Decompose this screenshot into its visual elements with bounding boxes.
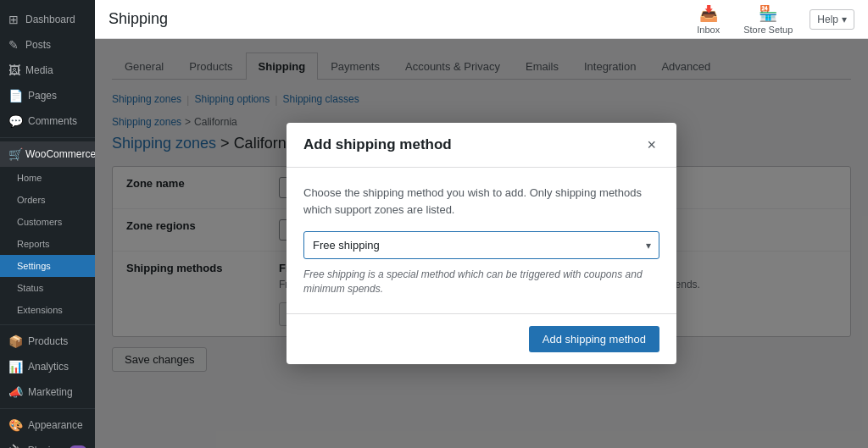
sidebar-item-status[interactable]: Status xyxy=(0,277,95,299)
sidebar-item-products[interactable]: 📦 Products xyxy=(0,329,95,354)
sidebar-item-label: Products xyxy=(28,335,68,347)
sidebar-item-settings[interactable]: Settings xyxy=(0,255,95,277)
inbox-button[interactable]: 📥 Inbox xyxy=(690,1,726,38)
plugins-icon: 🔌 xyxy=(8,444,23,448)
sidebar-item-label: Reports xyxy=(17,239,50,249)
modal-overlay[interactable]: Add shipping method × Choose the shippin… xyxy=(95,39,868,448)
pages-icon: 📄 xyxy=(8,89,23,102)
marketing-icon: 📣 xyxy=(8,385,23,399)
modal-select-wrap: Free shipping Flat rate Local pickup ▾ xyxy=(303,231,659,259)
sidebar: ⊞ Dashboard ✎ Posts 🖼 Media 📄 Pages 💬 Co… xyxy=(0,0,95,448)
modal-title: Add shipping method xyxy=(303,136,452,153)
sidebar-item-label: Marketing xyxy=(28,386,73,398)
posts-icon: ✎ xyxy=(8,38,20,52)
sidebar-item-label: Analytics xyxy=(28,361,69,373)
inbox-icon: 📥 xyxy=(699,4,718,23)
help-label: Help xyxy=(817,14,838,25)
analytics-icon: 📊 xyxy=(8,360,23,373)
sidebar-item-label: Home xyxy=(17,173,42,183)
sidebar-item-label: WooCommerce xyxy=(25,148,95,160)
modal-footer: Add shipping method xyxy=(287,313,676,364)
sidebar-item-label: Pages xyxy=(28,90,57,102)
modal-submit-button[interactable]: Add shipping method xyxy=(529,326,659,352)
sidebar-item-pages[interactable]: 📄 Pages xyxy=(0,83,95,108)
sidebar-item-customers[interactable]: Customers xyxy=(0,211,95,233)
store-setup-icon: 🏪 xyxy=(759,4,777,23)
add-shipping-method-modal: Add shipping method × Choose the shippin… xyxy=(287,123,676,364)
chevron-down-icon: ▾ xyxy=(842,14,847,25)
sidebar-item-analytics[interactable]: 📊 Analytics xyxy=(0,354,95,379)
modal-header: Add shipping method × xyxy=(287,123,676,168)
sidebar-item-dashboard[interactable]: ⊞ Dashboard xyxy=(0,7,95,32)
dashboard-icon: ⊞ xyxy=(8,13,20,26)
topbar-actions: 📥 Inbox 🏪 Store Setup Help ▾ xyxy=(690,1,854,38)
sidebar-item-label: Extensions xyxy=(17,305,63,315)
appearance-icon: 🎨 xyxy=(8,418,23,432)
sidebar-item-label: Posts xyxy=(25,39,51,51)
sidebar-item-posts[interactable]: ✎ Posts xyxy=(0,32,95,58)
store-setup-button[interactable]: 🏪 Store Setup xyxy=(737,1,799,38)
modal-body: Choose the shipping method you wish to a… xyxy=(287,168,676,313)
sidebar-item-label: Comments xyxy=(28,115,77,127)
topbar: Shipping 📥 Inbox 🏪 Store Setup Help ▾ xyxy=(95,0,868,39)
sidebar-item-appearance[interactable]: 🎨 Appearance xyxy=(0,412,95,438)
comments-icon: 💬 xyxy=(8,114,23,128)
help-button[interactable]: Help ▾ xyxy=(810,9,854,30)
media-icon: 🖼 xyxy=(8,64,20,77)
sidebar-item-home[interactable]: Home xyxy=(0,167,95,189)
content-area: General Products Shipping Payments Accou… xyxy=(95,39,868,448)
main-content: Shipping 📥 Inbox 🏪 Store Setup Help ▾ Ge… xyxy=(95,0,868,448)
sidebar-item-label: Media xyxy=(25,64,53,76)
sidebar-item-marketing[interactable]: 📣 Marketing xyxy=(0,379,95,405)
modal-close-button[interactable]: × xyxy=(643,137,659,152)
store-setup-label: Store Setup xyxy=(743,25,793,35)
sidebar-item-orders[interactable]: Orders xyxy=(0,189,95,211)
sidebar-item-label: Plugins xyxy=(28,445,61,448)
woocommerce-icon: 🛒 xyxy=(8,147,20,161)
modal-hint: Free shipping is a special method which … xyxy=(303,268,659,296)
sidebar-item-label: Orders xyxy=(17,195,46,205)
sidebar-item-media[interactable]: 🖼 Media xyxy=(0,58,95,83)
sidebar-item-extensions[interactable]: Extensions xyxy=(0,299,95,321)
inbox-label: Inbox xyxy=(697,25,720,35)
sidebar-item-label: Dashboard xyxy=(25,14,75,25)
sidebar-item-reports[interactable]: Reports xyxy=(0,233,95,255)
sidebar-item-label: Status xyxy=(17,283,43,293)
page-title: Shipping xyxy=(108,10,168,28)
sidebar-item-comments[interactable]: 💬 Comments xyxy=(0,108,95,134)
sidebar-item-plugins[interactable]: 🔌 Plugins 25 xyxy=(0,438,95,448)
sidebar-item-woocommerce[interactable]: 🛒 WooCommerce xyxy=(0,141,95,167)
sidebar-item-label: Customers xyxy=(17,217,62,227)
products-icon: 📦 xyxy=(8,335,23,348)
modal-description: Choose the shipping method you wish to a… xyxy=(303,185,659,218)
shipping-method-select[interactable]: Free shipping Flat rate Local pickup xyxy=(303,231,659,259)
sidebar-item-label: Appearance xyxy=(28,419,83,431)
sidebar-item-label: Settings xyxy=(17,261,51,271)
